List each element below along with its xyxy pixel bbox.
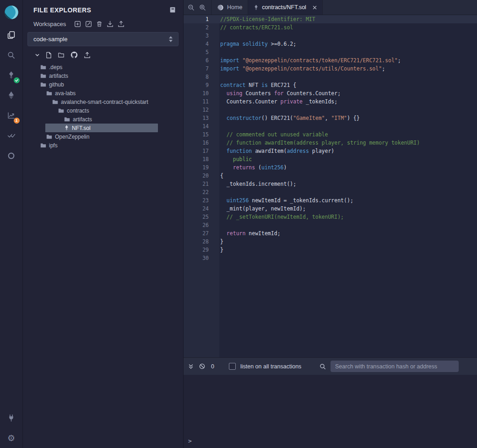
github-icon[interactable]	[70, 51, 78, 59]
listen-all-transactions-label: listen on all transactions	[240, 363, 301, 370]
clear-console-icon[interactable]	[199, 363, 206, 370]
tree-item-artifacts[interactable]: artifacts	[23, 71, 183, 80]
unit-testing-nav-icon[interactable]	[0, 125, 23, 146]
code-line: _mint(player, newItemId);	[219, 205, 477, 213]
line-number: 9	[184, 81, 219, 89]
terminal[interactable]: >	[184, 375, 477, 448]
workspace-select-value: code-sample	[33, 36, 67, 43]
tab-close-icon[interactable]	[313, 5, 317, 10]
workspaces-row: Workspaces	[23, 17, 183, 31]
code-line: Counters.Counter private _tokenIds;	[219, 97, 477, 106]
code-line: //SPDX-License-Identifier: MIT	[219, 15, 477, 23]
panel-title: FILE EXPLORERS	[33, 6, 91, 14]
code-line: return newItemId;	[219, 229, 477, 237]
code-line: uint256 newItemId = _tokenIds.current();	[219, 196, 477, 205]
tree-item-artifacts[interactable]: artifacts	[23, 115, 183, 124]
line-number: 1	[184, 15, 219, 23]
line-number: 8	[184, 73, 219, 81]
code-line: // contracts/ERC721.sol	[219, 23, 477, 32]
remix-logo[interactable]	[0, 0, 23, 25]
tree-item-ipfs[interactable]: ipfs	[23, 141, 183, 150]
workspaces-label: Workspaces	[33, 21, 66, 27]
line-number: 3	[184, 32, 219, 40]
new-file-icon[interactable]	[46, 52, 52, 59]
tree-item-avalanche-smart-contract-quickstart[interactable]: avalanche-smart-contract-quickstart	[23, 97, 183, 106]
upload-workspace-icon[interactable]	[118, 21, 125, 27]
line-number: 25	[184, 213, 219, 221]
folder-icon	[40, 81, 46, 87]
rename-workspace-icon[interactable]	[85, 21, 92, 27]
search-nav-icon[interactable]	[0, 45, 23, 65]
code-line: _tokenIds.increment();	[219, 180, 477, 188]
tree-item-label: github	[49, 81, 64, 88]
tree-item-label: OpenZeppelin	[55, 134, 89, 140]
line-number: 21	[184, 180, 219, 188]
folder-icon	[58, 108, 64, 113]
tree-item-label: ipfs	[49, 142, 58, 149]
publish-workspace-icon[interactable]	[84, 52, 91, 59]
tree-item-label: ava-labs	[55, 90, 76, 97]
tab-home[interactable]: Home	[211, 0, 248, 15]
tree-item-label: contracts	[67, 108, 89, 114]
solidity-file-icon	[254, 5, 259, 11]
search-icon[interactable]	[320, 363, 326, 370]
folder-icon	[46, 90, 52, 96]
editor-tabbar: Home contracts/NFT.sol	[184, 0, 477, 15]
new-folder-icon[interactable]	[58, 52, 65, 58]
tree-item-contracts[interactable]: contracts	[23, 106, 183, 115]
line-number: 18	[184, 155, 219, 163]
icon-rail: 1 ⚙	[0, 0, 23, 448]
code-line	[219, 48, 477, 56]
plugin-manager-icon[interactable]	[0, 408, 23, 428]
code-line: {	[219, 172, 477, 180]
listen-all-transactions-checkbox[interactable]	[229, 363, 236, 370]
select-caret-icon	[169, 36, 173, 42]
tree-toolbar	[23, 46, 183, 62]
plugin-circle-nav-icon[interactable]	[0, 146, 23, 166]
zoom-in-icon[interactable]	[197, 0, 208, 15]
line-number: 29	[184, 246, 219, 254]
solidity-compiler-nav-icon[interactable]	[0, 65, 23, 85]
line-number: 30	[184, 254, 219, 262]
line-number: 23	[184, 196, 219, 205]
editor[interactable]: 1234567891011121314151617181920212223242…	[184, 15, 477, 357]
deploy-run-nav-icon[interactable]	[0, 85, 23, 105]
terminal-prompt: >	[188, 437, 472, 444]
terminal-toolbar: 0 listen on all transactions	[184, 357, 477, 375]
expand-terminal-icon[interactable]	[188, 363, 194, 370]
delete-workspace-icon[interactable]	[96, 21, 103, 27]
analytics-count-badge: 1	[14, 118, 20, 124]
code-line	[219, 32, 477, 40]
code-line: pragma solidity >=0.6.2;	[219, 40, 477, 48]
tab-contracts-nft-sol[interactable]: contracts/NFT.sol	[248, 0, 323, 15]
file-explorer-nav-icon[interactable]	[0, 25, 23, 45]
line-number: 22	[184, 188, 219, 196]
line-number: 20	[184, 172, 219, 180]
download-workspace-icon[interactable]	[107, 21, 114, 27]
line-number: 24	[184, 205, 219, 213]
zoom-out-icon[interactable]	[185, 0, 197, 15]
create-workspace-icon[interactable]	[74, 21, 81, 27]
tree-item-.deps[interactable]: .deps	[23, 63, 183, 71]
tree-item-ava-labs[interactable]: ava-labs	[23, 89, 183, 97]
remix-home-icon	[217, 4, 224, 11]
panel-menu-icon[interactable]	[169, 6, 176, 13]
code-line	[219, 122, 477, 130]
line-number: 6	[184, 56, 219, 65]
code-line: using Counters for Counters.Counter;	[219, 89, 477, 97]
tree-item-github[interactable]: github	[23, 80, 183, 89]
line-number: 10	[184, 89, 219, 97]
tab-label: contracts/NFT.sol	[262, 4, 306, 11]
chevron-down-icon[interactable]	[35, 53, 40, 58]
tree-item-label: avalanche-smart-contract-quickstart	[61, 99, 148, 105]
settings-icon[interactable]: ⚙	[0, 428, 23, 448]
tree-item-NFT.sol[interactable]: NFT.sol	[45, 124, 158, 132]
compiler-success-badge	[14, 77, 20, 83]
transaction-search-input[interactable]	[331, 361, 459, 372]
line-number: 28	[184, 237, 219, 246]
workspace-select[interactable]: code-sample	[27, 32, 179, 46]
code-line	[219, 221, 477, 229]
analytics-nav-icon[interactable]: 1	[0, 105, 23, 125]
code-editor[interactable]: //SPDX-License-Identifier: MIT// contrac…	[219, 15, 477, 357]
tree-item-OpenZeppelin[interactable]: OpenZeppelin	[23, 132, 183, 141]
